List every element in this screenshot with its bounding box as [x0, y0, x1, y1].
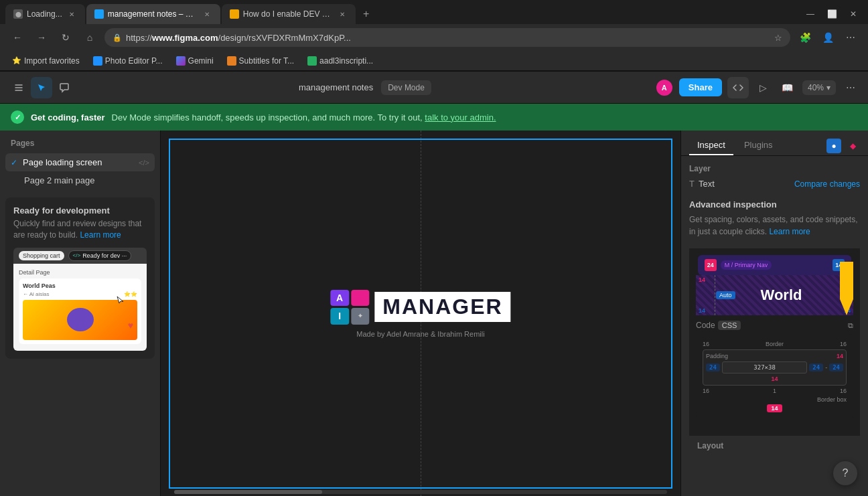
bookmark-gemini[interactable]: Gemini [172, 55, 218, 67]
tab-close-figma[interactable]: ✕ [202, 9, 212, 19]
logo-cell-a: A [330, 290, 349, 307]
minus-label: - [825, 364, 827, 371]
figma-menu-button[interactable] [8, 77, 29, 98]
bookmark-star-icon[interactable]: ☆ [774, 33, 782, 43]
new-tab-button[interactable]: + [357, 5, 376, 23]
insp-nav-bar: 24 M / Primary Nav 14 [698, 255, 852, 275]
bookmark-label-photo: Photo Editor P... [105, 56, 163, 66]
page-item-main[interactable]: Page 2 main page [5, 171, 155, 189]
padding-row: Padding 14 [706, 353, 843, 359]
compare-changes-link[interactable]: Compare changes [794, 179, 860, 189]
ready-title: Ready for development [13, 205, 147, 216]
scrollbar-thumb [174, 490, 322, 494]
tab-favicon-figma [94, 9, 104, 19]
minimize-button[interactable]: — [801, 5, 820, 23]
bookmark-import-favorites[interactable]: ⭐ Import favorites [8, 55, 84, 67]
adv-inspection: Advanced inspection Get spacing, colors,… [689, 199, 860, 238]
nav-actions: 🧩 👤 ⋯ [796, 28, 860, 47]
inspect-active-icon[interactable]: ● [826, 139, 841, 153]
bottom-margin-val: 14 [767, 404, 782, 412]
page-code-icon: </> [139, 159, 149, 167]
bookmark-favicon-subtitles [227, 56, 236, 66]
banner-text: Dev Mode simplifies handoff, speeds up i… [112, 112, 496, 122]
preview-detail-label: Detail Page [19, 269, 141, 276]
tab-devmode[interactable]: How do I enable DEV mo... ✕ [222, 4, 356, 24]
bookmark-subtitles[interactable]: Subtitles for T... [223, 55, 298, 67]
bookmark-favicon-gemini [176, 56, 186, 66]
tab-favicon-devmode [230, 9, 239, 19]
extensions-icon[interactable]: 🧩 [796, 28, 814, 47]
comment-tool[interactable] [54, 77, 75, 98]
forward-button[interactable]: → [32, 28, 51, 47]
tab-loading[interactable]: ⬤ Loading... ✕ [5, 4, 85, 24]
learn-more-link[interactable]: Learn more [80, 230, 121, 240]
inspection-visual: 24 M / Primary Nav 14 14 14 Auto World [689, 248, 860, 436]
purple-blob-shape [67, 308, 94, 331]
pages-list: ✓ Page loading screen </> Page 2 main pa… [0, 153, 160, 189]
more-actions-icon[interactable]: ⋯ [841, 78, 860, 97]
border-bot-mid: 1 [773, 388, 776, 394]
logo-cell-pink [351, 290, 370, 307]
shopping-cart-chip: Shopping cart [19, 251, 64, 260]
adv-learn-more-link[interactable]: Learn more [769, 227, 810, 236]
auto-chip: Auto [716, 291, 735, 299]
layer-section: Layer T Text Compare changes [689, 164, 860, 189]
address-path: /design/rsXVFDXRmMmX7dKpP... [218, 33, 351, 43]
text-type-icon: T [689, 179, 695, 189]
canvas-scrollbar-h[interactable] [174, 490, 667, 494]
tab-plugins-label: Plugins [744, 140, 773, 150]
padding-right-val: 24 [809, 363, 823, 371]
bookmark-aadl[interactable]: aadl3inscripti... [303, 55, 377, 67]
more-options-icon[interactable]: ⋯ [841, 28, 860, 47]
layer-title: Layer [689, 164, 860, 173]
profile-icon[interactable]: 👤 [818, 28, 837, 47]
code-view-button[interactable] [727, 77, 749, 98]
select-tool[interactable] [31, 77, 52, 98]
dev-mode-badge[interactable]: Dev Mode [381, 80, 431, 95]
address-bar[interactable]: 🔒 https://www.figma.com/design/rsXVFDXRm… [104, 28, 790, 47]
browser-chrome: ⬤ Loading... ✕ management notes – Fig...… [0, 0, 868, 72]
reload-button[interactable]: ↻ [56, 28, 75, 47]
border-bot-right: 16 [840, 388, 847, 394]
logo-grid: A I ✦ [330, 290, 369, 325]
header-center: management notes Dev Mode [80, 80, 650, 95]
main-layout: Pages ✓ Page loading screen </> Page 2 m… [0, 131, 868, 496]
canvas-area[interactable]: A I ✦ MANAGER Made by Adel Amrane & Ibra… [161, 131, 680, 496]
back-button[interactable]: ← [8, 28, 27, 47]
home-button[interactable]: ⌂ [80, 28, 99, 47]
insp-num-tl: 14 [699, 276, 705, 283]
copy-code-icon[interactable]: ⧉ [848, 321, 853, 330]
avatar-group: A [655, 78, 674, 97]
close-window-button[interactable]: ✕ [844, 5, 863, 23]
help-button[interactable]: ? [833, 461, 857, 485]
address-domain: www.figma.com [152, 33, 218, 43]
preview-product-name: World Peas [23, 282, 137, 289]
zoom-control[interactable]: 40% ▾ [802, 80, 836, 95]
border-right-val: 16 [840, 341, 847, 347]
dev-banner: ✓ Get coding, faster Dev Mode simplifies… [0, 104, 868, 131]
inspect-plugin-icon[interactable]: ◆ [845, 139, 860, 153]
tab-title-figma: management notes – Fig... [108, 9, 198, 19]
book-icon[interactable]: 📖 [778, 78, 797, 97]
code-section-header: Code CSS ⧉ [696, 321, 853, 330]
border-left-val: 16 [703, 341, 709, 347]
app-header: management notes Dev Mode A Share ▷ 📖 40… [0, 72, 868, 104]
right-panel: Inspect Plugins ● ◆ Layer T Text Compare… [680, 131, 868, 496]
zoom-value: 40% [808, 83, 824, 92]
page-item-loading[interactable]: ✓ Page loading screen </> [5, 153, 155, 171]
bookmark-photo-editor[interactable]: Photo Editor P... [89, 55, 167, 67]
share-button[interactable]: Share [679, 78, 722, 96]
banner-link[interactable]: talk to your admin. [425, 112, 496, 122]
border-box-label: Border box [703, 396, 847, 403]
tab-figma[interactable]: management notes – Fig... ✕ [86, 4, 220, 24]
preview-bar: Shopping cart Ready for dev ··· [13, 248, 147, 264]
tab-close-loading[interactable]: ✕ [66, 9, 77, 19]
tab-bar: ⬤ Loading... ✕ management notes – Fig...… [0, 0, 868, 24]
header-right: A Share ▷ 📖 40% ▾ ⋯ [655, 77, 860, 98]
tab-plugins[interactable]: Plugins [736, 136, 781, 155]
css-selector-btn[interactable]: CSS [718, 321, 741, 330]
presentation-icon[interactable]: ▷ [754, 78, 773, 97]
tab-close-devmode[interactable]: ✕ [337, 9, 348, 19]
tab-inspect[interactable]: Inspect [689, 136, 733, 155]
maximize-button[interactable]: ⬜ [822, 5, 841, 23]
